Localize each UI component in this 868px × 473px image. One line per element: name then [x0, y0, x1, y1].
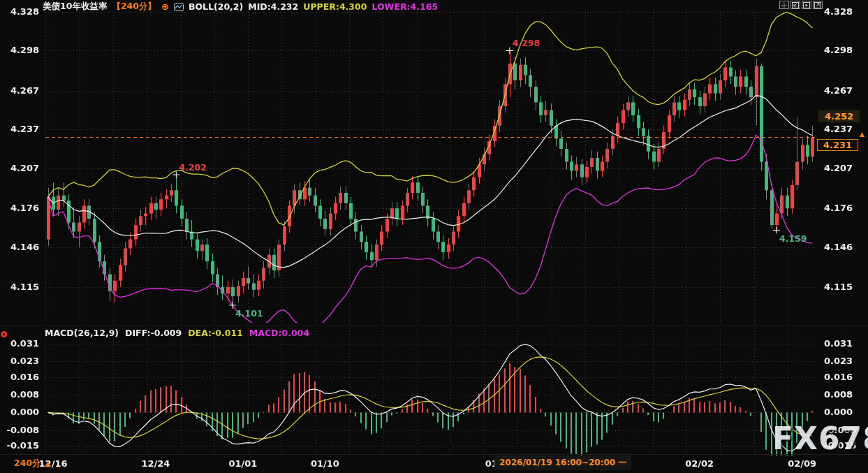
swing-high-label: 4.202 — [179, 162, 207, 173]
interval-selector-label: 240分 — [14, 458, 41, 470]
price-axis-label-right: 4.298 — [824, 45, 853, 55]
marked-level-badge: 4.252 — [818, 110, 860, 122]
chart-app: 美债10年收益率 【240分】 ⊕ BOLL(20,2) MID:4.232 U… — [0, 0, 868, 473]
macd-axis-label-left: 0.008 — [6, 389, 39, 400]
price-axis-label-left: 4.115 — [6, 282, 39, 292]
play-forward-button[interactable] — [802, 1, 811, 9]
current-price-badge: 4.231 — [817, 139, 858, 151]
interval-badge: 【240分】 — [112, 1, 156, 13]
macd-legend: MACD(26,12,9) DIFF:-0.009 DEA:-0.011 MAC… — [45, 328, 309, 338]
macd-params-label: MACD(26,12,9) — [45, 328, 119, 338]
watermark: FX678 — [772, 421, 868, 456]
boll-mid-value: MID:4.232 — [248, 1, 298, 12]
date-axis-label: 02/02 — [685, 458, 714, 469]
price-axis-label-right: 4.328 — [824, 6, 853, 17]
main-chart-legend: 美债10年收益率 【240分】 ⊕ BOLL(20,2) MID:4.232 U… — [43, 1, 438, 13]
boll-label: BOLL(20,2) — [189, 1, 243, 12]
price-axis-label-right: 4.237 — [824, 124, 853, 134]
macd-axis-label-left: -0.008 — [6, 425, 39, 435]
macd-pane-marker-icon[interactable] — [1, 331, 7, 337]
date-axis-divider — [0, 454, 868, 455]
macd-value: MACD:0.004 — [249, 328, 309, 338]
dock-panel-button[interactable] — [790, 1, 800, 9]
price-axis-label-left: 4.298 — [6, 45, 39, 55]
price-axis-label-right: 4.267 — [824, 85, 853, 96]
macd-axis-label-left: 0.000 — [6, 407, 39, 417]
triangle-up-icon: ▲ — [45, 460, 51, 467]
macd-axis-label-right: 0.000 — [824, 407, 853, 417]
price-axis-label-right: 4.146 — [824, 242, 853, 252]
macd-axis-label-left: 0.031 — [6, 338, 39, 349]
macd-diff-value: DIFF:-0.009 — [125, 328, 182, 338]
add-indicator-icon[interactable]: ⊕ — [161, 3, 169, 11]
latest-price-arrow-icon: ▲ — [860, 131, 865, 138]
interval-selector[interactable]: 240分 ▲ — [14, 458, 50, 470]
chart-canvas[interactable] — [0, 0, 868, 473]
macd-axis-label-right: 0.008 — [824, 389, 853, 400]
macd-axis-label-right: 0.023 — [824, 356, 853, 366]
macd-axis-label-left: 0.023 — [6, 356, 39, 366]
candlestick-chart-icon — [174, 3, 184, 11]
date-axis-label: 12/24 — [141, 458, 170, 469]
price-axis-label-left: 4.328 — [6, 6, 39, 17]
swing-low-label: 4.159 — [779, 233, 807, 244]
price-axis-label-right: 4.207 — [824, 163, 853, 173]
macd-dea-value: DEA:-0.011 — [188, 328, 243, 338]
price-axis-label-left: 4.176 — [6, 203, 39, 213]
swing-high-label: 4.298 — [513, 38, 540, 48]
popout-panel-button[interactable] — [813, 1, 823, 9]
price-axis-label-right: 4.115 — [824, 282, 853, 292]
date-axis-label: 01/10 — [311, 458, 339, 469]
macd-axis-label-left: -0.015 — [6, 440, 39, 451]
boll-upper-value: UPPER:4.300 — [303, 1, 367, 12]
swing-low-label: 4.101 — [235, 308, 263, 319]
boll-lower-value: LOWER:4.165 — [372, 1, 438, 12]
macd-axis-label-right: 0.031 — [824, 338, 853, 349]
date-axis-label: 01/01 — [228, 458, 257, 469]
price-axis-label-left: 4.146 — [6, 242, 39, 252]
chart-title: 美债10年收益率 — [43, 1, 107, 13]
macd-axis-label-right: 0.016 — [824, 372, 853, 382]
date-axis-label: 02/09 — [788, 458, 816, 469]
pane-divider — [0, 326, 868, 326]
price-axis-label-left: 4.207 — [6, 163, 39, 173]
move-tool-button[interactable] — [779, 1, 789, 9]
price-axis-label-left: 4.237 — [6, 124, 39, 134]
chart-toolbar — [779, 1, 823, 9]
price-axis-label-left: 4.267 — [6, 85, 39, 96]
price-axis-label-right: 4.176 — [824, 203, 853, 213]
hovered-time-tooltip: 2026/01/19 16:00~20:00 一 — [494, 456, 631, 470]
macd-axis-label-left: 0.016 — [6, 372, 39, 382]
